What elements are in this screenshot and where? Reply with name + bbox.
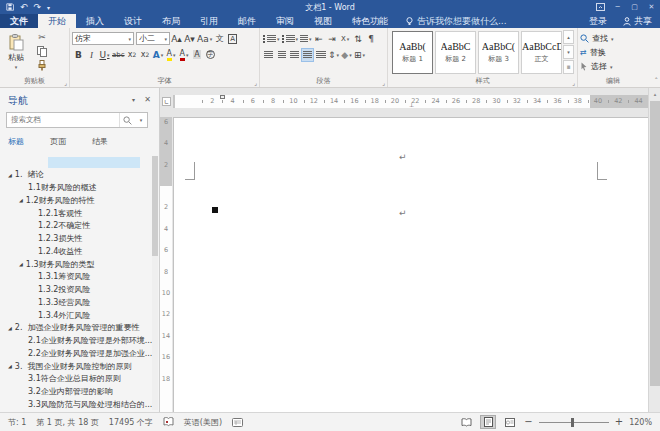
collapse-ribbon-button[interactable]: ˄ xyxy=(655,77,659,85)
word-count[interactable]: 17495 个字 xyxy=(109,417,153,428)
nav-heading-item[interactable]: ◢3. 我国企业财务风险控制的原则 xyxy=(8,360,132,372)
tab-邮件[interactable]: 邮件 xyxy=(228,14,266,28)
enclose-character-button[interactable]: 字 xyxy=(204,48,217,62)
customize-qat-button[interactable]: ▾ xyxy=(47,3,50,12)
distribute-button[interactable] xyxy=(314,48,327,62)
tell-me-box[interactable]: 告诉我你想要做什么... xyxy=(398,14,515,28)
nav-heading-item[interactable]: 2.1企业财务风险管理是外部环境... xyxy=(28,335,152,347)
copy-icon[interactable] xyxy=(33,44,51,58)
minimize-button[interactable]: ─ xyxy=(609,0,626,14)
tab-审阅[interactable]: 审阅 xyxy=(266,14,304,28)
embedded-object-marker[interactable] xyxy=(212,207,218,213)
bullets-button[interactable]: ▾ xyxy=(262,32,281,46)
page-indicator[interactable]: 第 1 页, 共 18 页 xyxy=(36,417,99,428)
print-layout-button[interactable] xyxy=(480,415,496,429)
sort-button[interactable]: ⇅ xyxy=(352,32,365,46)
style-标题 2[interactable]: AaBbC标题 2 xyxy=(435,31,476,74)
show-marks-button[interactable]: ¶ xyxy=(365,32,378,46)
styles-more-button[interactable]: ≣ xyxy=(563,60,574,74)
character-border-button[interactable]: A xyxy=(226,32,239,46)
tab-设计[interactable]: 设计 xyxy=(114,14,152,28)
first-line-indent-marker[interactable] xyxy=(220,95,225,99)
nav-heading-item[interactable]: ◢1.2财务风险的特性 xyxy=(19,194,95,206)
zoom-out-button[interactable]: − xyxy=(524,417,532,427)
tab-视图[interactable]: 视图 xyxy=(304,14,342,28)
replace-button[interactable]: ⇄ 替换 xyxy=(580,46,646,59)
nav-heading-item[interactable]: 1.2.2不确定性 xyxy=(38,220,90,232)
collapse-triangle-icon[interactable]: ◢ xyxy=(8,325,12,331)
navigation-close-icon[interactable]: ✕ xyxy=(144,95,151,104)
bold-button[interactable]: B xyxy=(72,48,85,62)
font-size-combo[interactable]: 小二▾ xyxy=(136,32,170,45)
nav-heading-item[interactable]: 1.3.2投资风险 xyxy=(38,284,90,296)
font-dialog-launcher[interactable]: ⌟ xyxy=(254,79,257,86)
nav-heading-item[interactable]: 1.3.1筹资风险 xyxy=(38,271,90,283)
nav-heading-item[interactable]: 3.1符合企业总目标的原则 xyxy=(28,373,121,385)
sign-in-button[interactable]: 登录 xyxy=(581,14,615,28)
scroll-up-icon[interactable]: ▴ xyxy=(649,88,660,100)
tab-插入[interactable]: 插入 xyxy=(76,14,114,28)
collapse-triangle-icon[interactable]: ◢ xyxy=(8,172,12,178)
styles-scroll-down[interactable]: ▾ xyxy=(563,45,574,59)
shading-button[interactable]: ◆▾ xyxy=(340,48,353,62)
redo-button[interactable]: ↷ xyxy=(34,3,42,12)
tab-开始[interactable]: 开始 xyxy=(38,14,76,28)
decrease-indent-button[interactable]: ⇤ xyxy=(313,32,326,46)
change-case-button[interactable]: Aa▾ xyxy=(196,32,213,46)
nav-tab-页面[interactable]: 页面 xyxy=(50,136,66,147)
maximize-button[interactable]: ▢ xyxy=(626,0,643,14)
collapse-triangle-icon[interactable]: ◢ xyxy=(19,197,23,203)
tab-布局[interactable]: 布局 xyxy=(152,14,190,28)
read-mode-button[interactable] xyxy=(458,415,474,429)
align-left-button[interactable] xyxy=(262,48,275,62)
zoom-in-button[interactable]: + xyxy=(615,417,623,427)
subscript-button[interactable]: x2 xyxy=(126,48,139,62)
styles-dialog-launcher[interactable]: ⌟ xyxy=(572,79,575,86)
select-button[interactable]: 选择▾ xyxy=(580,60,646,73)
borders-button[interactable]: ⊞▾ xyxy=(353,48,366,62)
grow-font-button[interactable]: A▴ xyxy=(170,32,183,46)
paragraph-dialog-launcher[interactable]: ⌟ xyxy=(382,79,385,86)
collapse-triangle-icon[interactable]: ◢ xyxy=(19,261,23,267)
tab-file[interactable]: 文件 xyxy=(0,14,38,28)
numbering-button[interactable]: ▾ xyxy=(281,32,300,46)
navigation-options-dropdown[interactable]: ▾ xyxy=(132,96,135,103)
superscript-button[interactable]: x2 xyxy=(139,48,152,62)
align-center-button[interactable] xyxy=(275,48,288,62)
strikethrough-button[interactable]: abc xyxy=(111,48,126,62)
zoom-level[interactable]: 120% xyxy=(629,418,652,427)
shrink-font-button[interactable]: A▾ xyxy=(183,32,196,46)
document-page[interactable]: ↵ ↵ xyxy=(173,117,648,412)
font-color-button[interactable]: A▾ xyxy=(178,48,191,62)
language-indicator[interactable]: 英语(美国) xyxy=(184,417,222,428)
character-shading-button[interactable]: A xyxy=(191,48,204,62)
line-spacing-button[interactable]: ⇕▾ xyxy=(327,48,340,62)
nav-heading-item[interactable]: 1.3.4外汇风险 xyxy=(38,309,90,321)
style-标题 1[interactable]: AaBb(标题 1 xyxy=(392,31,433,74)
find-button[interactable]: 查找▾ xyxy=(580,32,646,45)
asian-layout-button[interactable]: X▾ xyxy=(339,32,352,46)
zoom-slider-thumb[interactable] xyxy=(571,418,574,427)
search-input[interactable]: 搜索文档 ▾ xyxy=(6,112,148,128)
proofing-icon[interactable] xyxy=(163,417,174,427)
multilevel-list-button[interactable]: ▾ xyxy=(299,32,313,46)
save-icon[interactable] xyxy=(6,3,14,11)
style-标题 3[interactable]: AaBbC(标题 3 xyxy=(478,31,519,74)
nav-selected-heading[interactable] xyxy=(48,157,140,168)
nav-heading-item[interactable]: 1.1财务风险的概述 xyxy=(28,182,97,194)
justify-button[interactable] xyxy=(301,48,314,62)
scrollbar-thumb[interactable] xyxy=(650,101,660,386)
nav-heading-item[interactable]: 3.3风险防范与风险处理相结合的... xyxy=(28,398,152,410)
align-right-button[interactable] xyxy=(288,48,301,62)
text-effects-button[interactable]: A▾ xyxy=(152,48,165,62)
tab-selector[interactable]: ∟ xyxy=(162,97,171,106)
font-name-combo[interactable]: 仿宋▾ xyxy=(72,32,134,45)
collapse-triangle-icon[interactable]: ◢ xyxy=(8,363,12,369)
nav-heading-item[interactable]: 2.2企业财务风险管理是加强企业... xyxy=(28,347,152,359)
nav-heading-item[interactable]: 1.2.4收益性 xyxy=(38,245,82,257)
italic-button[interactable]: I xyxy=(85,48,98,62)
input-mode-icon[interactable] xyxy=(232,418,243,427)
nav-heading-item[interactable]: 1.2.1客观性 xyxy=(38,207,82,219)
phonetic-guide-button[interactable]: 文 xyxy=(213,32,226,46)
tab-特色功能[interactable]: 特色功能 xyxy=(342,14,398,28)
